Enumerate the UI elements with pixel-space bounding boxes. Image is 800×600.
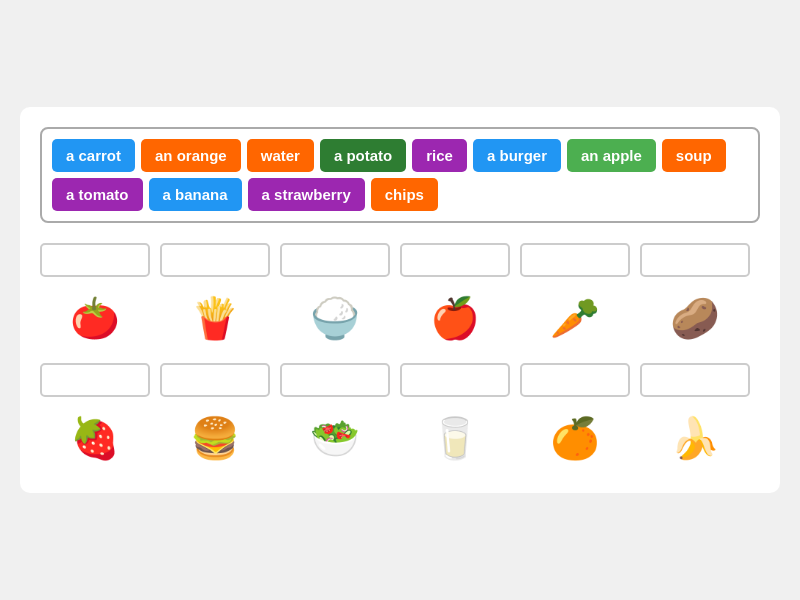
answer-box-chips[interactable] [160,243,270,277]
food-image-carrot: 🥕 [530,283,620,353]
word-chip-potato[interactable]: a potato [320,139,406,172]
match-col-tomato: 🍅 [40,243,150,353]
food-image-potato: 🥔 [650,283,740,353]
word-chip-apple[interactable]: an apple [567,139,656,172]
match-area: 🍅🍟🍚🍎🥕🥔🍓🍔🥗🥛🍊🍌 [40,243,760,473]
food-image-strawberry: 🍓 [50,403,140,473]
word-chip-soup[interactable]: soup [662,139,726,172]
match-col-potato: 🥔 [640,243,750,353]
word-chip-strawberry[interactable]: a strawberry [248,178,365,211]
answer-box-carrot[interactable] [520,243,630,277]
answer-box-water[interactable] [400,363,510,397]
match-col-orange: 🍊 [520,363,630,473]
match-col-water: 🥛 [400,363,510,473]
match-col-soup: 🥗 [280,363,390,473]
word-chip-orange[interactable]: an orange [141,139,241,172]
food-image-rice: 🍚 [290,283,380,353]
food-image-tomato: 🍅 [50,283,140,353]
answer-box-rice[interactable] [280,243,390,277]
food-image-chips: 🍟 [170,283,260,353]
main-container: a carrotan orangewatera potatoricea burg… [20,107,780,493]
answer-box-tomato[interactable] [40,243,150,277]
answer-box-apple[interactable] [400,243,510,277]
word-bank: a carrotan orangewatera potatoricea burg… [40,127,760,223]
word-chip-carrot[interactable]: a carrot [52,139,135,172]
food-image-burger: 🍔 [170,403,260,473]
answer-box-soup[interactable] [280,363,390,397]
word-chip-chips[interactable]: chips [371,178,438,211]
answer-box-orange[interactable] [520,363,630,397]
food-image-banana: 🍌 [650,403,740,473]
word-chip-water[interactable]: water [247,139,314,172]
word-chip-banana[interactable]: a banana [149,178,242,211]
food-image-water: 🥛 [410,403,500,473]
match-row-0: 🍅🍟🍚🍎🥕🥔 [40,243,760,353]
word-chip-tomato[interactable]: a tomato [52,178,143,211]
match-col-carrot: 🥕 [520,243,630,353]
match-row-1: 🍓🍔🥗🥛🍊🍌 [40,363,760,473]
answer-box-strawberry[interactable] [40,363,150,397]
match-col-rice: 🍚 [280,243,390,353]
answer-box-potato[interactable] [640,243,750,277]
food-image-orange: 🍊 [530,403,620,473]
match-col-burger: 🍔 [160,363,270,473]
word-chip-burger[interactable]: a burger [473,139,561,172]
match-col-banana: 🍌 [640,363,750,473]
match-col-strawberry: 🍓 [40,363,150,473]
food-image-apple: 🍎 [410,283,500,353]
answer-box-burger[interactable] [160,363,270,397]
food-image-soup: 🥗 [290,403,380,473]
match-col-chips: 🍟 [160,243,270,353]
match-col-apple: 🍎 [400,243,510,353]
word-chip-rice[interactable]: rice [412,139,467,172]
answer-box-banana[interactable] [640,363,750,397]
